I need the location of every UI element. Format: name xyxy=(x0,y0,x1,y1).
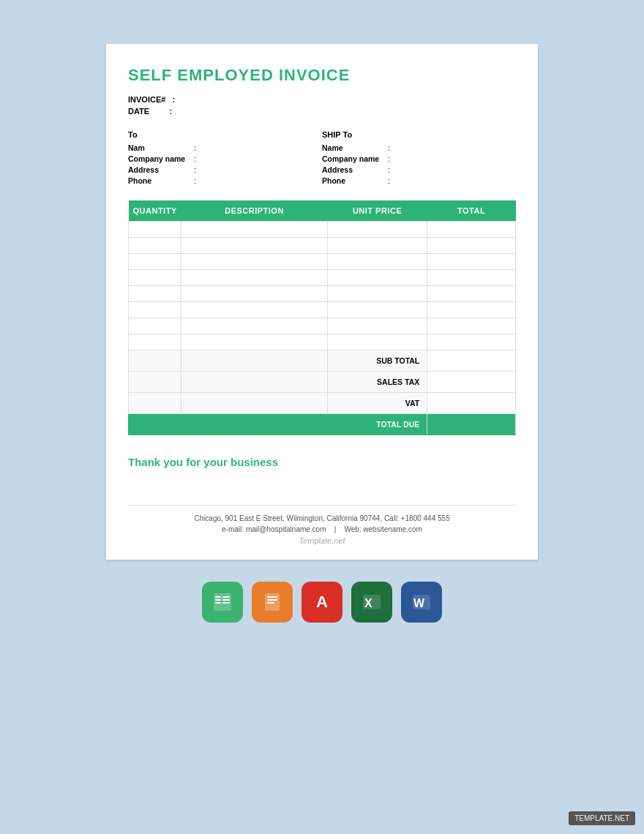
table-row xyxy=(129,270,516,286)
date-row: DATE : xyxy=(128,107,516,116)
table-row xyxy=(129,222,516,238)
ship-to-name: Name : xyxy=(322,143,516,152)
svg-rect-9 xyxy=(267,599,277,601)
invoice-number-label: INVOICE# xyxy=(128,95,165,104)
footer: Chicago, 901 East E Street, Wilmington, … xyxy=(128,505,516,545)
subtotal-label: SUB TOTAL xyxy=(327,350,427,372)
email-value: mail@hospitalname.com xyxy=(246,525,326,533)
bill-to-phone-label: Phone xyxy=(128,176,194,185)
bill-to-address-label: Address xyxy=(128,165,194,174)
col-header-description: DESCRIPTION xyxy=(181,200,328,222)
pages-icon[interactable] xyxy=(252,582,293,623)
invoice-number-colon: : xyxy=(172,95,175,104)
sales-tax-value xyxy=(427,372,516,393)
col-header-quantity: QUANTITY xyxy=(129,200,181,222)
ship-to-phone-label: Phone xyxy=(322,176,388,185)
ship-to-heading: SHIP To xyxy=(322,130,516,139)
ship-to-address-label: Address xyxy=(322,165,388,174)
web-label: Web: xyxy=(344,525,361,533)
email-label: e-mail: xyxy=(222,525,244,533)
invoice-title: SELF EMPLOYED INVOICE xyxy=(128,66,516,85)
svg-rect-4 xyxy=(222,596,230,598)
sales-tax-label: SALES TAX xyxy=(327,372,427,393)
ship-to-section: SHIP To Name : Company name : Address : … xyxy=(322,130,516,187)
vat-row: VAT xyxy=(129,393,516,414)
website-value: websitename.com xyxy=(363,525,422,533)
subtotal-row: SUB TOTAL xyxy=(129,350,516,372)
svg-text:X: X xyxy=(364,597,372,609)
footer-address: Chicago, 901 East E Street, Wilmington, … xyxy=(128,514,516,522)
address-section: To Nam : Company name : Address : Phone … xyxy=(128,130,516,187)
table-row xyxy=(129,286,516,302)
table-header-row: QUANTITY DESCRIPTION UNIT PRICE TOTAL xyxy=(129,200,516,222)
table-row xyxy=(129,334,516,350)
bill-to-phone: Phone : xyxy=(128,176,322,185)
col-header-unit-price: UNIT PRICE xyxy=(327,200,427,222)
svg-rect-3 xyxy=(215,602,221,604)
numbers-icon[interactable] xyxy=(202,582,243,623)
table-row xyxy=(129,318,516,334)
invoice-table: QUANTITY DESCRIPTION UNIT PRICE TOTAL xyxy=(128,200,516,435)
table-row xyxy=(129,302,516,318)
total-due-label: TOTAL DUE xyxy=(327,414,427,435)
vat-value xyxy=(427,393,516,414)
ship-to-company-label: Company name xyxy=(322,154,388,163)
vat-label: VAT xyxy=(327,393,427,414)
table-row xyxy=(129,254,516,270)
col-header-total: TOTAL xyxy=(427,200,516,222)
word-icon[interactable]: W xyxy=(401,582,442,623)
ship-to-name-label: Name xyxy=(322,143,388,152)
footer-contact: e-mail: mail@hospitalname.com | Web: web… xyxy=(128,525,516,533)
acrobat-icon[interactable]: A xyxy=(302,582,342,623)
svg-rect-10 xyxy=(267,602,274,604)
invoice-document: SELF EMPLOYED INVOICE INVOICE# : DATE : … xyxy=(106,44,538,560)
bill-to-company-label: Company name xyxy=(128,154,194,163)
subtotal-value xyxy=(427,350,516,372)
table-row xyxy=(129,238,516,254)
total-due-row: TOTAL DUE xyxy=(129,414,516,435)
total-due-value xyxy=(427,414,516,435)
ship-to-phone: Phone : xyxy=(322,176,516,185)
svg-text:W: W xyxy=(413,597,425,609)
thank-you-message: Thank you for your business xyxy=(128,456,516,468)
watermark: Template.net xyxy=(128,536,516,545)
bill-to-name-label: Nam xyxy=(128,143,194,152)
ship-to-address: Address : xyxy=(322,165,516,174)
ship-to-company: Company name : xyxy=(322,154,516,163)
bill-to-section: To Nam : Company name : Address : Phone … xyxy=(128,130,322,187)
bill-to-name: Nam : xyxy=(128,143,322,152)
svg-rect-2 xyxy=(215,599,221,601)
bill-to-address: Address : xyxy=(128,165,322,174)
bill-to-company: Company name : xyxy=(128,154,322,163)
svg-rect-1 xyxy=(215,596,221,598)
svg-rect-8 xyxy=(267,596,277,598)
svg-rect-6 xyxy=(222,602,230,604)
date-label: DATE xyxy=(128,107,149,116)
excel-icon[interactable]: X xyxy=(351,582,392,623)
invoice-number-row: INVOICE# : xyxy=(128,95,516,104)
template-badge: TEMPLATE.NET xyxy=(569,811,635,825)
footer-separator: | xyxy=(334,525,337,533)
bill-to-heading: To xyxy=(128,130,322,139)
sales-tax-row: SALES TAX xyxy=(129,372,516,393)
svg-rect-5 xyxy=(222,599,230,601)
date-colon: : xyxy=(170,107,173,116)
app-icons-section: A X W xyxy=(202,582,442,623)
